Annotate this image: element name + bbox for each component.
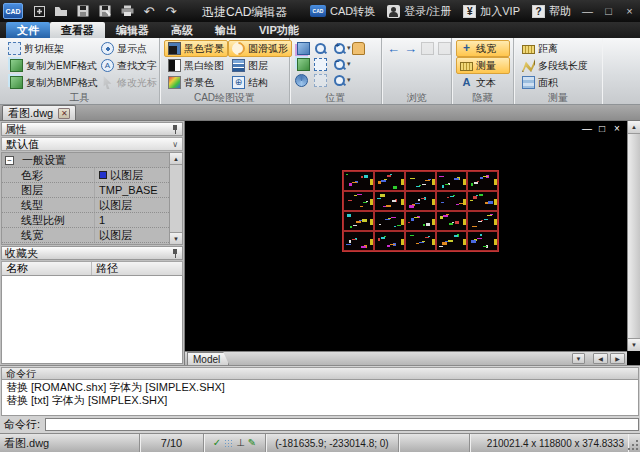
preset-dropdown[interactable]: 默认值 ∨ bbox=[1, 137, 183, 151]
document-tab-close-icon[interactable]: ✕ bbox=[58, 108, 70, 119]
zoom-scale-icon bbox=[333, 74, 346, 87]
property-row-layer[interactable]: 图层 TMP_BASE bbox=[2, 183, 169, 198]
line-width-button[interactable]: +线宽 bbox=[456, 40, 510, 57]
scroll-down-icon[interactable]: ▼ bbox=[628, 338, 640, 351]
scroll-up-icon[interactable]: ▲ bbox=[628, 121, 640, 134]
tab-viewer[interactable]: 查看器 bbox=[50, 22, 105, 38]
collapse-icon[interactable]: − bbox=[5, 156, 14, 165]
area-button[interactable]: 面积 bbox=[518, 74, 599, 91]
modify-cursor-button[interactable]: 修改光标 bbox=[97, 74, 161, 91]
structure-button[interactable]: ⊕结构 bbox=[228, 74, 292, 91]
scroll-up-icon[interactable]: ▲ bbox=[170, 153, 182, 165]
command-input[interactable] bbox=[45, 418, 639, 431]
column-name[interactable]: 名称 bbox=[2, 262, 92, 275]
drawing-cell bbox=[405, 211, 436, 231]
save-as-button[interactable] bbox=[96, 3, 114, 19]
mdi-restore-icon[interactable]: □ bbox=[597, 124, 607, 134]
smooth-arc-label: 圆滑弧形 bbox=[248, 42, 288, 56]
tab-file[interactable]: 文件 bbox=[6, 22, 50, 38]
background-color-button[interactable]: 背景色 bbox=[164, 74, 228, 91]
show-point-button[interactable]: 显示点 bbox=[97, 40, 161, 57]
zoom-window-button[interactable] bbox=[313, 40, 332, 56]
black-background-button[interactable]: 黑色背景 bbox=[164, 40, 228, 57]
zoom-out-button[interactable]: −▾ bbox=[332, 56, 351, 72]
polyline-length-button[interactable]: 多段线长度 bbox=[518, 57, 599, 74]
distance-button[interactable]: 距离 bbox=[518, 40, 599, 57]
layers-button[interactable]: 图层 bbox=[228, 57, 292, 74]
property-label: 色彩 bbox=[2, 168, 95, 182]
pan-button[interactable] bbox=[351, 40, 370, 56]
pin-icon[interactable] bbox=[171, 124, 179, 134]
forward-button[interactable]: → bbox=[403, 41, 418, 57]
scroll-down-icon[interactable]: ▼ bbox=[170, 232, 182, 244]
clip-frame-button[interactable]: 剪切框架 bbox=[4, 40, 97, 57]
property-group-row[interactable]: −一般设置 bbox=[2, 153, 169, 168]
login-button[interactable]: 登录/注册 bbox=[387, 4, 451, 19]
property-row-linetype-scale[interactable]: 线型比例 1 bbox=[2, 213, 169, 228]
mdi-close-icon[interactable]: × bbox=[612, 124, 622, 134]
zoom-in-button[interactable]: +▾ bbox=[332, 40, 351, 56]
grid-mode-icon[interactable] bbox=[224, 439, 233, 448]
rotate-view-button[interactable] bbox=[294, 72, 313, 88]
close-button[interactable]: × bbox=[619, 2, 640, 20]
join-vip-button[interactable]: ¥ 加入VIP bbox=[463, 4, 520, 19]
hide-text-button[interactable]: A文本 bbox=[456, 74, 510, 91]
property-row-color[interactable]: 色彩 以图层 bbox=[2, 168, 169, 183]
previous-view-button[interactable] bbox=[313, 72, 332, 88]
minimize-button[interactable]: — bbox=[577, 2, 598, 20]
zoom-out-icon: − bbox=[333, 58, 346, 71]
ortho-mode-icon[interactable]: ⊥ bbox=[236, 437, 245, 449]
canvas-vertical-scrollbar[interactable]: ▲ ▼ bbox=[627, 121, 640, 351]
property-row-lineweight[interactable]: 线宽 以图层 bbox=[2, 228, 169, 243]
paste-3d-button[interactable] bbox=[294, 40, 313, 56]
group-label-hide: 隐藏 bbox=[452, 92, 513, 104]
drawing-cell bbox=[436, 231, 467, 251]
pin-icon[interactable] bbox=[171, 248, 179, 258]
tab-advanced[interactable]: 高级 bbox=[160, 22, 204, 38]
open-file-button[interactable] bbox=[52, 3, 70, 19]
document-tab[interactable]: 看图.dwg ✕ bbox=[2, 105, 76, 120]
properties-scrollbar[interactable]: ▲ ▼ bbox=[169, 153, 182, 244]
hide-measure-button[interactable]: 测量 bbox=[456, 57, 510, 74]
copy-emf-button[interactable]: 复制为EMF格式 bbox=[4, 57, 97, 74]
resize-grip[interactable] bbox=[628, 434, 640, 452]
zoom-extents-icon bbox=[314, 58, 327, 71]
copy-view-button[interactable] bbox=[294, 56, 313, 72]
zoom-extents-button[interactable] bbox=[313, 56, 332, 72]
scroll-left-button[interactable]: ◀ bbox=[593, 353, 608, 364]
zoom-window-icon bbox=[314, 42, 327, 55]
smooth-arc-button[interactable]: 圆滑弧形 bbox=[228, 40, 292, 57]
status-page-indicator: 7/10 bbox=[140, 434, 204, 452]
draw-mode-icon[interactable]: ✎ bbox=[248, 437, 256, 449]
favorites-list[interactable] bbox=[1, 276, 183, 364]
help-button[interactable]: ? 帮助 bbox=[532, 4, 571, 19]
tab-editor[interactable]: 编辑器 bbox=[105, 22, 160, 38]
print-button[interactable] bbox=[118, 3, 136, 19]
prev-page-button[interactable] bbox=[420, 41, 435, 57]
zoom-scale-button[interactable]: ▾ bbox=[332, 72, 351, 88]
layout-dropdown-button[interactable]: ▼ bbox=[572, 353, 585, 364]
redo-button[interactable]: ↷ bbox=[162, 3, 180, 19]
back-button[interactable]: ← bbox=[386, 41, 401, 57]
tab-vip-features[interactable]: VIP功能 bbox=[248, 22, 310, 38]
next-page-button[interactable] bbox=[437, 41, 452, 57]
bw-drawing-button[interactable]: 黑白绘图 bbox=[164, 57, 228, 74]
tab-output[interactable]: 输出 bbox=[204, 22, 248, 38]
drawing-canvas[interactable]: — □ × ▲ ▼ Model ▼ ◀ ▶ bbox=[185, 121, 640, 365]
object-snap-icon[interactable]: ✓ bbox=[213, 437, 221, 449]
copy-bmp-button[interactable]: 复制为BMP格式 bbox=[4, 74, 97, 91]
maximize-button[interactable]: □ bbox=[598, 2, 619, 20]
undo-button[interactable]: ↶ bbox=[140, 3, 158, 19]
mdi-minimize-icon[interactable]: — bbox=[582, 124, 592, 134]
property-row-linetype[interactable]: 线型 以图层 bbox=[2, 198, 169, 213]
model-tab[interactable]: Model bbox=[187, 352, 229, 365]
column-path[interactable]: 路径 bbox=[92, 262, 182, 275]
scroll-right-button[interactable]: ▶ bbox=[610, 353, 625, 364]
new-file-button[interactable] bbox=[30, 3, 48, 19]
ribbon-group-measure: 距离 多段线长度 面积 测量 bbox=[514, 38, 602, 104]
save-button[interactable] bbox=[74, 3, 92, 19]
app-window: CAD ↶ ↷ 迅捷CAD编辑器 CAD CAD转换 登录/注册 bbox=[0, 0, 640, 452]
drawing-cell bbox=[467, 231, 498, 251]
cad-convert-button[interactable]: CAD CAD转换 bbox=[310, 4, 375, 19]
find-text-button[interactable]: A查找文字 bbox=[97, 57, 161, 74]
